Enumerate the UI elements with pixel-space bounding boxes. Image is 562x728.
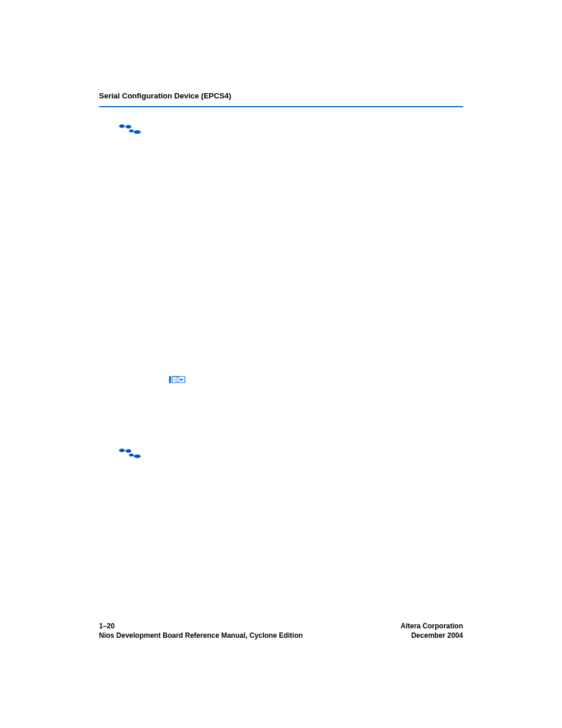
content-spacer-1 <box>99 145 463 375</box>
footer-right: Altera Corporation December 2004 <box>401 622 463 640</box>
steps-icon <box>118 124 142 134</box>
footer-date: December 2004 <box>401 631 463 640</box>
svg-point-0 <box>119 124 125 128</box>
content-spacer-2 <box>99 395 463 448</box>
footer-page-number: 1–20 <box>99 622 303 630</box>
icon-row-1 <box>99 124 463 134</box>
footer-company: Altera Corporation <box>401 622 463 630</box>
pointer-icon <box>168 375 187 384</box>
page-footer: 1–20 Nios Development Board Reference Ma… <box>99 622 463 640</box>
icon-row-3 <box>99 448 463 459</box>
footer-left: 1–20 Nios Development Board Reference Ma… <box>99 622 303 640</box>
icon-row-2 <box>99 375 463 384</box>
icon-container-3 <box>99 448 161 459</box>
svg-point-5 <box>119 449 125 452</box>
steps-icon <box>118 448 142 459</box>
svg-point-1 <box>125 125 131 129</box>
icon-container-1 <box>99 124 161 134</box>
svg-point-7 <box>129 454 134 457</box>
page-content: Serial Configuration Device (EPCS4) <box>99 91 463 469</box>
svg-point-6 <box>125 449 131 453</box>
header-divider <box>99 106 463 107</box>
page-header-title: Serial Configuration Device (EPCS4) <box>99 91 463 100</box>
icon-container-2 <box>99 375 199 384</box>
svg-point-8 <box>134 454 141 458</box>
svg-rect-4 <box>169 376 171 383</box>
svg-point-2 <box>129 130 134 133</box>
footer-manual-title: Nios Development Board Reference Manual,… <box>99 631 303 640</box>
svg-point-3 <box>134 130 141 134</box>
